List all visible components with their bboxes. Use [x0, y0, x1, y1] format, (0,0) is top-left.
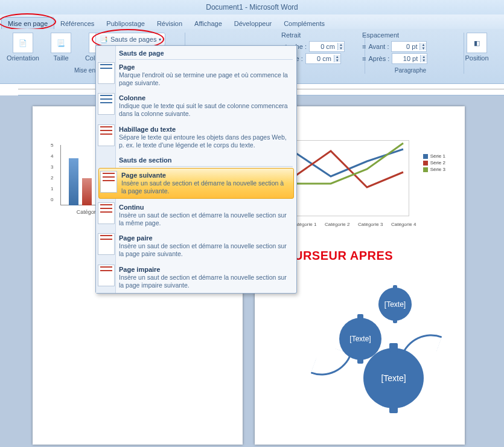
- sauts-de-pages-button[interactable]: 📑 Sauts de pages ▾: [95, 33, 165, 46]
- window-title: Document1 - Microsoft Word: [206, 3, 298, 11]
- menu-item-desc: Marque l'endroit où se termine une page …: [119, 71, 290, 87]
- menu-item-desc: Sépare le texte qui entoure les objets d…: [119, 133, 290, 149]
- text-wrap-break-item-icon: [98, 124, 115, 146]
- retrait-gauche-spinner[interactable]: 0 cm ▲▼: [309, 41, 345, 52]
- orientation-icon: 📄: [13, 33, 33, 53]
- menu-section-sauts-de-page: Sauts de page: [96, 46, 296, 59]
- menu-item-title: Page suivante: [121, 172, 288, 179]
- espacement-avant-spinner[interactable]: 0 pt ▲▼: [391, 41, 427, 52]
- retrait-gauche-value: 0 cm: [310, 43, 337, 50]
- odd-page-section-icon: [98, 265, 115, 286]
- retrait-droite-value: 0 cm: [306, 55, 334, 62]
- ytick: 0: [51, 197, 53, 202]
- legend-entry: Série 2: [430, 160, 445, 166]
- menu-item-title: Habillage du texte: [119, 126, 290, 133]
- smartart-gears: [Texte] [Texte] [Texte]: [309, 281, 442, 420]
- gear-label: [Texte]: [349, 335, 371, 343]
- retrait-title: Retrait: [281, 31, 301, 39]
- ribbon: 📄 Orientation 📃 Taille ▥ Colonnes Mise e…: [0, 29, 504, 84]
- tab-mise-en-page[interactable]: Mise en page: [1, 17, 54, 29]
- column-break-item-icon: [98, 93, 115, 115]
- espacement-avant-value: 0 pt: [392, 43, 419, 50]
- menu-item-desc: Indique que le texte qui suit le saut de…: [119, 102, 290, 118]
- espacement-apres-spinner[interactable]: 10 pt ▲▼: [392, 53, 427, 64]
- page-break-icon: 📑: [100, 36, 108, 43]
- continuous-section-icon: [98, 202, 115, 224]
- espacement-title: Espacement: [362, 31, 399, 39]
- tab-revision[interactable]: Révision: [151, 18, 188, 29]
- ytick: 2: [51, 175, 53, 181]
- ytick: 5: [51, 143, 53, 148]
- xcat: Catégorie 4: [391, 222, 416, 227]
- legend-entry: Série 1: [430, 153, 445, 159]
- menu-item-page-impaire[interactable]: Page impaire Insère un saut de section e…: [96, 262, 296, 293]
- spacing-after-icon: ≡: [362, 55, 366, 62]
- chevron-down-icon: ▾: [159, 37, 161, 42]
- even-page-section-icon: [98, 233, 115, 255]
- ytick: 4: [51, 153, 53, 159]
- spin-down-icon[interactable]: ▼: [420, 47, 426, 50]
- espacement-avant-label: Avant :: [368, 43, 389, 50]
- position-icon: ◧: [467, 33, 487, 53]
- taille-label: Taille: [54, 54, 69, 62]
- menu-item-desc: Insère un saut de section et démarre la …: [119, 242, 290, 258]
- gear-label: [Texte]: [384, 300, 406, 309]
- window-titlebar: Document1 - Microsoft Word: [0, 0, 504, 14]
- orientation-button[interactable]: 📄 Orientation: [6, 33, 40, 62]
- menu-item-desc: Insère un saut de section et démarre la …: [119, 211, 290, 227]
- sauts-de-pages-label: Sauts de pages: [110, 36, 156, 43]
- page-break-item-icon: [98, 62, 115, 84]
- tab-complements[interactable]: Compléments: [278, 18, 331, 29]
- spin-down-icon[interactable]: ▼: [421, 59, 427, 62]
- ytick: 1: [51, 186, 53, 191]
- menu-item-continu[interactable]: Continu Insère un saut de section et dém…: [96, 200, 296, 231]
- spin-down-icon[interactable]: ▼: [338, 47, 344, 50]
- menu-item-page-paire[interactable]: Page paire Insère un saut de section et …: [96, 231, 296, 262]
- xcat: Catégorie 2: [325, 222, 349, 227]
- orientation-label: Orientation: [7, 54, 39, 62]
- gear-big: [Texte]: [363, 348, 424, 408]
- menu-item-title: Continu: [119, 204, 290, 211]
- tab-publipostage[interactable]: Publipostage: [100, 18, 151, 29]
- menu-item-habillage[interactable]: Habillage du texte Sépare le texte qui e…: [96, 122, 296, 153]
- legend-entry: Série 3: [430, 167, 445, 172]
- gear-small: [Texte]: [378, 288, 412, 321]
- ribbon-tabs: Mise en page Références Publipostage Rév…: [0, 14, 504, 29]
- menu-item-desc: Insère un saut de section et démarre la …: [121, 179, 288, 195]
- bar-serie1: [69, 158, 78, 205]
- menu-item-colonne[interactable]: Colonne Indique que le texte qui suit le…: [96, 91, 296, 121]
- annotation-curseur-apres: CURSEUR APRES: [285, 249, 393, 263]
- ytick: 3: [51, 164, 53, 170]
- gear-label: [Texte]: [381, 373, 406, 383]
- position-label: Position: [465, 54, 488, 62]
- ribbon-group-organiser: ◧ Position: [459, 33, 504, 74]
- xcat: Catégorie 3: [358, 222, 383, 227]
- retrait-droite-spinner[interactable]: 0 cm ▲▼: [305, 53, 341, 64]
- taille-icon: 📃: [51, 33, 71, 53]
- line-chart-svg: [289, 140, 409, 216]
- menu-item-title: Colonne: [119, 94, 290, 101]
- bar-serie2: [82, 178, 92, 205]
- menu-item-title: Page impaire: [119, 266, 290, 273]
- espacement-apres-value: 10 pt: [392, 55, 420, 62]
- line-chart-legend: Série 1 Série 2 Série 3: [423, 152, 445, 173]
- espacement-apres-label: Après :: [368, 55, 389, 62]
- tab-affichage[interactable]: Affichage: [188, 18, 228, 29]
- tab-references[interactable]: Références: [54, 18, 100, 29]
- menu-item-desc: Insère un saut de section et démarre la …: [119, 274, 290, 289]
- menu-item-page[interactable]: Page Marque l'endroit où se termine une …: [96, 60, 296, 91]
- ribbon-group-espacement: Espacement ≡ Avant : 0 pt ▲▼ ≡ Après : 1…: [357, 33, 464, 74]
- spin-down-icon[interactable]: ▼: [334, 59, 340, 62]
- spacing-before-icon: ≡: [362, 43, 366, 50]
- taille-button[interactable]: 📃 Taille: [44, 33, 78, 62]
- sauts-de-pages-menu: Sauts de page Page Marque l'endroit où s…: [95, 45, 297, 294]
- position-button[interactable]: ◧ Position: [465, 33, 489, 62]
- next-page-section-icon: [100, 171, 117, 193]
- menu-item-page-suivante[interactable]: Page suivante Insère un saut de section …: [98, 168, 294, 199]
- menu-item-title: Page paire: [119, 234, 290, 242]
- menu-section-sauts-de-section: Sauts de section: [96, 153, 296, 166]
- menu-item-title: Page: [119, 63, 290, 71]
- tab-developpeur[interactable]: Développeur: [228, 18, 278, 29]
- group-label-paragraphe: Paragraphe: [357, 67, 464, 74]
